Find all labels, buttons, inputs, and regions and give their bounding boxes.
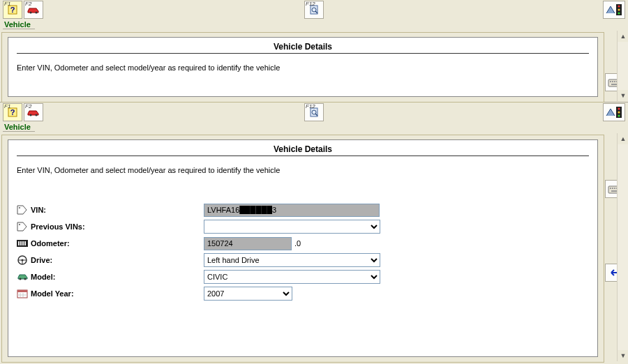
- svg-point-2: [30, 12, 32, 14]
- odometer-suffix: .0: [294, 239, 301, 248]
- svg-point-28: [618, 115, 620, 117]
- instruction-text: Enter VIN, Odometer and select model/yea…: [17, 166, 589, 174]
- svg-point-8: [618, 6, 620, 8]
- year-label: Model Year:: [31, 289, 204, 298]
- app-window-1: F1 ? F2 F12 Vehicle: [0, 0, 628, 103]
- odometer-label: Odometer:: [31, 239, 204, 248]
- divider: [17, 156, 589, 156]
- svg-point-21: [36, 114, 38, 116]
- svg-point-26: [618, 108, 620, 110]
- svg-rect-50: [614, 188, 615, 189]
- app-window-2: F1 ? F2 F12 Vehicle: [0, 103, 628, 364]
- svg-text:?: ?: [10, 6, 15, 14]
- svg-rect-12: [610, 81, 611, 82]
- panel-title: Vehicle Details: [17, 42, 589, 52]
- vin-label: VIN:: [31, 206, 204, 214]
- year-select[interactable]: 2007: [204, 287, 292, 301]
- svg-rect-14: [614, 81, 615, 82]
- diagnostic-button[interactable]: [603, 1, 625, 19]
- svg-point-3: [36, 12, 38, 14]
- svg-point-40: [20, 278, 22, 280]
- prev-vin-label: Previous VINs:: [31, 222, 204, 231]
- tab-strip: Vehicle: [0, 122, 628, 133]
- tab-vehicle[interactable]: Vehicle: [3, 20, 35, 29]
- f1-help-button[interactable]: F1 ?: [3, 103, 22, 121]
- steering-icon: [17, 255, 28, 266]
- f1-help-button[interactable]: F1 ?: [3, 1, 22, 19]
- model-label: Model:: [31, 273, 204, 281]
- vin-input[interactable]: [204, 204, 380, 217]
- row-vin: VIN:: [17, 202, 589, 218]
- f12-search-button[interactable]: F12: [304, 1, 324, 19]
- svg-point-29: [19, 207, 20, 208]
- diagnostic-button[interactable]: [603, 103, 625, 121]
- diagnostic-icon: [605, 106, 623, 119]
- svg-rect-49: [612, 188, 613, 189]
- svg-rect-32: [18, 241, 20, 245]
- svg-rect-33: [20, 241, 22, 245]
- toolbar: F1 ? F2 F12: [0, 0, 628, 20]
- svg-rect-43: [17, 290, 27, 292]
- svg-point-10: [618, 13, 620, 15]
- f2-car-button[interactable]: F2: [24, 1, 43, 19]
- svg-rect-34: [22, 241, 24, 245]
- instruction-text: Enter VIN, Odometer and select model/yea…: [17, 63, 589, 72]
- svg-text:?: ?: [10, 108, 15, 116]
- svg-point-30: [19, 224, 20, 225]
- scroll-down[interactable]: ▼: [618, 90, 628, 101]
- tag-icon: [17, 205, 28, 215]
- tab-strip: Vehicle: [0, 20, 628, 31]
- svg-point-27: [618, 112, 620, 114]
- vehicle-details-panel: Vehicle Details Enter VIN, Odometer and …: [8, 139, 598, 357]
- odometer-input[interactable]: [204, 237, 292, 250]
- divider: [17, 53, 589, 54]
- toolbar: F1 ? F2 F12: [0, 103, 628, 122]
- row-drive: Drive: Left hand Drive: [17, 252, 589, 268]
- drive-label: Drive:: [31, 256, 204, 264]
- car-small-icon: [17, 273, 29, 281]
- svg-rect-35: [24, 241, 26, 245]
- tab-vehicle[interactable]: Vehicle: [3, 122, 35, 132]
- scroll-up[interactable]: ▲: [618, 31, 628, 42]
- diagnostic-icon: [605, 3, 623, 16]
- scrollbar[interactable]: ▲ ▼: [617, 133, 628, 361]
- svg-rect-13: [612, 81, 613, 82]
- row-prev-vin: Previous VINs:: [17, 219, 589, 234]
- svg-point-9: [618, 9, 620, 11]
- svg-point-20: [30, 114, 32, 116]
- odometer-icon: [17, 239, 28, 248]
- tag-icon: [17, 222, 28, 232]
- calendar-icon: [17, 289, 28, 298]
- model-select[interactable]: CIVIC: [204, 270, 380, 284]
- row-model: Model: CIVIC: [17, 269, 589, 285]
- svg-point-41: [24, 278, 27, 280]
- vehicle-details-panel: Vehicle Details Enter VIN, Odometer and …: [8, 37, 598, 97]
- prev-vin-select[interactable]: [204, 220, 380, 234]
- panel-title: Vehicle Details: [17, 144, 589, 154]
- f12-search-button[interactable]: F12: [304, 103, 324, 121]
- svg-rect-48: [610, 188, 611, 189]
- scroll-up[interactable]: ▲: [618, 133, 628, 144]
- f2-car-button[interactable]: F2: [24, 103, 43, 121]
- row-odometer: Odometer: .0: [17, 236, 589, 251]
- row-year: Model Year: 2007: [17, 286, 589, 301]
- scrollbar[interactable]: ▲ ▼: [617, 31, 628, 101]
- drive-select[interactable]: Left hand Drive: [204, 253, 380, 267]
- scroll-down[interactable]: ▼: [618, 350, 628, 361]
